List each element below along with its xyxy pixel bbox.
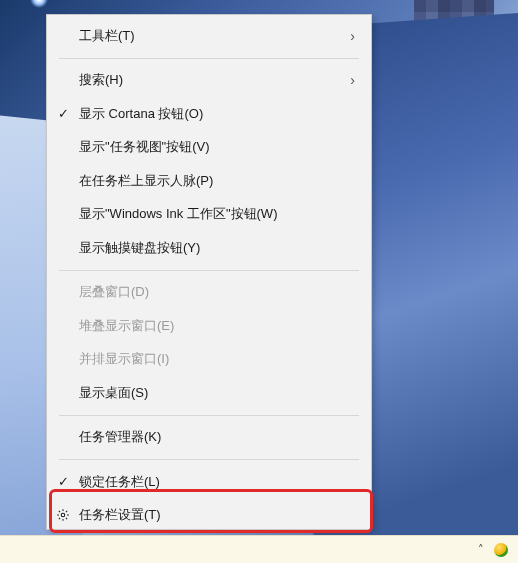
menu-label: 显示 Cortana 按钮(O) <box>79 105 357 123</box>
menu-item-stack-windows: 堆叠显示窗口(E) <box>47 309 371 343</box>
menu-separator <box>59 58 359 59</box>
menu-label: 搜索(H) <box>79 71 350 89</box>
menu-label: 工具栏(T) <box>79 27 350 45</box>
menu-item-show-taskview[interactable]: 显示"任务视图"按钮(V) <box>47 131 371 165</box>
menu-item-cascade-windows: 层叠窗口(D) <box>47 276 371 310</box>
check-icon <box>47 474 79 489</box>
censored-region <box>462 58 518 106</box>
censored-region <box>414 0 494 54</box>
gear-icon <box>47 508 79 522</box>
taskbar[interactable]: ˄ <box>0 535 518 563</box>
menu-label: 任务栏设置(T) <box>79 506 357 524</box>
svg-point-0 <box>61 514 65 518</box>
chevron-right-icon: › <box>350 72 355 88</box>
menu-item-show-ink[interactable]: 显示"Windows Ink 工作区"按钮(W) <box>47 198 371 232</box>
menu-item-toolbars[interactable]: 工具栏(T) › <box>47 19 371 53</box>
menu-label: 显示"任务视图"按钮(V) <box>79 138 357 156</box>
menu-label: 在任务栏上显示人脉(P) <box>79 172 357 190</box>
check-icon <box>47 106 79 121</box>
menu-item-show-touchkeyboard[interactable]: 显示触摸键盘按钮(Y) <box>47 231 371 265</box>
menu-item-task-manager[interactable]: 任务管理器(K) <box>47 421 371 455</box>
menu-label: 显示桌面(S) <box>79 384 357 402</box>
menu-label: 显示触摸键盘按钮(Y) <box>79 239 357 257</box>
chevron-right-icon: › <box>350 28 355 44</box>
menu-item-search[interactable]: 搜索(H) › <box>47 64 371 98</box>
tray-app-icon[interactable] <box>494 543 508 557</box>
menu-label: 层叠窗口(D) <box>79 283 357 301</box>
tray-overflow-icon[interactable]: ˄ <box>478 543 484 556</box>
menu-separator <box>59 415 359 416</box>
menu-item-show-cortana[interactable]: 显示 Cortana 按钮(O) <box>47 97 371 131</box>
menu-item-show-desktop[interactable]: 显示桌面(S) <box>47 376 371 410</box>
menu-label: 堆叠显示窗口(E) <box>79 317 357 335</box>
taskbar-context-menu: 工具栏(T) › 搜索(H) › 显示 Cortana 按钮(O) 显示"任务视… <box>46 14 372 530</box>
menu-item-lock-taskbar[interactable]: 锁定任务栏(L) <box>47 465 371 499</box>
menu-label: 锁定任务栏(L) <box>79 473 357 491</box>
menu-item-show-people[interactable]: 在任务栏上显示人脉(P) <box>47 164 371 198</box>
menu-label: 任务管理器(K) <box>79 428 357 446</box>
menu-separator <box>59 270 359 271</box>
menu-label: 并排显示窗口(I) <box>79 350 357 368</box>
menu-separator <box>59 459 359 460</box>
menu-item-sidebyside-windows: 并排显示窗口(I) <box>47 343 371 377</box>
menu-label: 显示"Windows Ink 工作区"按钮(W) <box>79 205 357 223</box>
menu-item-taskbar-settings[interactable]: 任务栏设置(T) <box>47 499 371 533</box>
